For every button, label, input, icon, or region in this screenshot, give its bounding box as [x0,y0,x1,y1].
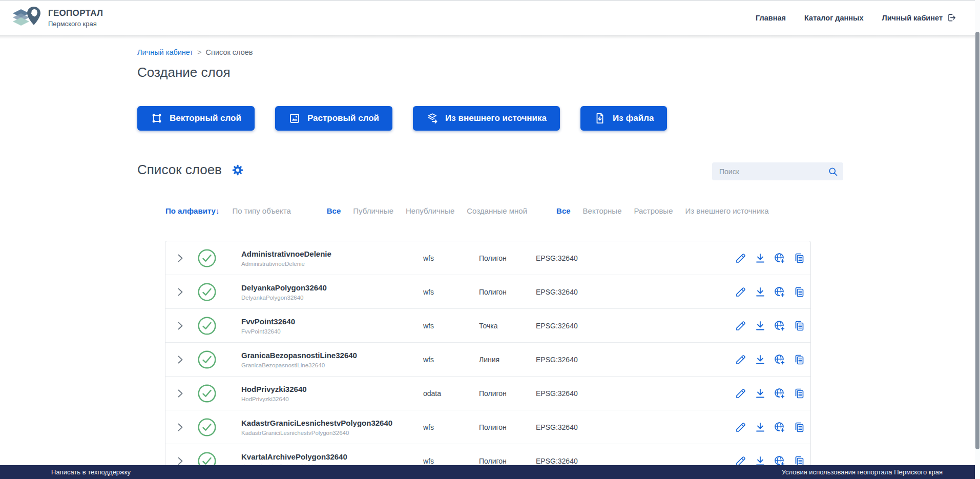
expand-chevron-icon[interactable] [174,252,186,264]
add-to-map-icon[interactable] [774,353,786,366]
layer-alias: KadastrGraniciLesnichestvPolygon32640 [241,430,423,436]
layer-geometry: Точка [479,322,536,330]
logo[interactable]: ГЕОПОРТАЛ Пермского края [11,5,103,31]
download-icon[interactable] [754,421,766,433]
add-to-map-icon[interactable] [774,286,786,298]
layer-alias: AdministrativnoeDelenie [241,261,423,267]
add-to-map-icon[interactable] [774,421,786,433]
raster-layer-icon [288,112,301,124]
footer-support-link[interactable]: Написать в техподдержку [51,468,131,476]
filter-external-source[interactable]: Из внешнего источника [685,206,768,215]
layer-geometry: Полигон [479,389,536,398]
row-actions [735,320,805,332]
layer-name-cell: FvvPoint32640 FvvPoint32640 [241,317,423,335]
footer-terms-link[interactable]: Условия использования геопортала Пермско… [782,468,943,476]
copy-icon[interactable] [793,421,805,433]
table-row: AdministrativnoeDelenie Administrativnoe… [165,241,810,275]
edit-icon[interactable] [735,353,747,366]
row-actions [735,421,805,433]
layer-source: wfs [423,457,479,465]
logo-subtitle: Пермского края [48,20,103,28]
search-input[interactable] [719,168,828,176]
status-check-icon [197,282,217,302]
layer-crs: EPSG:32640 [536,389,602,398]
filter-kind-all[interactable]: Все [556,206,571,215]
nav-personal-account[interactable]: Личный кабинет [882,13,956,23]
main-nav: Главная Каталог данных Личный кабинет [756,1,956,35]
layer-alias: DelyankaPolygon32640 [241,295,423,301]
edit-icon[interactable] [735,320,747,332]
layer-geometry: Линия [479,356,536,364]
expand-chevron-icon[interactable] [174,286,186,298]
filter-public[interactable]: Публичные [353,206,393,215]
layer-name-cell: AdministrativnoeDelenie Administrativnoe… [241,249,423,267]
edit-icon[interactable] [735,286,747,298]
layer-geometry: Полигон [479,457,536,465]
edit-icon[interactable] [735,252,747,264]
copy-icon[interactable] [793,286,805,298]
layer-crs: EPSG:32640 [536,322,602,330]
add-to-map-icon[interactable] [774,387,786,400]
scrollbar-track[interactable] [975,0,980,479]
external-source-icon [426,112,439,124]
expand-chevron-icon[interactable] [174,387,186,400]
status-check-icon [197,350,217,369]
layer-geometry: Полигон [479,254,536,262]
create-layer-buttons: Векторный слой Растровый слой Из внешнег… [137,106,667,131]
layer-name: AdministrativnoeDelenie [241,249,423,258]
filter-non-public[interactable]: Непубличные [406,206,454,215]
download-icon[interactable] [754,252,766,264]
breadcrumb-link-personal-account[interactable]: Личный кабинет [137,48,193,56]
layer-crs: EPSG:32640 [536,423,602,431]
download-icon[interactable] [754,286,766,298]
search-icon[interactable] [828,166,838,177]
from-file-icon [594,112,606,124]
download-icon[interactable] [754,387,766,400]
add-to-map-icon[interactable] [774,252,786,264]
create-vector-layer-button[interactable]: Векторный слой [137,106,255,131]
expand-chevron-icon[interactable] [174,320,186,332]
copy-icon[interactable] [793,320,805,332]
create-from-file-button[interactable]: Из файла [580,106,667,131]
copy-icon[interactable] [793,252,805,264]
layer-name: GranicaBezopasnostiLine32640 [241,351,423,360]
create-from-external-source-button[interactable]: Из внешнего источника [413,106,560,131]
sort-object-type[interactable]: По типу объекта [232,206,290,215]
logout-icon[interactable] [947,13,956,23]
top-header: ГЕОПОРТАЛ Пермского края Главная Каталог… [0,0,980,34]
row-actions [735,252,805,264]
sort-filter-group: По алфавиту↓ По типу объекта [165,206,291,215]
layer-source: wfs [423,423,479,431]
edit-icon[interactable] [735,421,747,433]
geoportal-logo-icon [11,5,43,31]
layer-crs: EPSG:32640 [536,288,602,296]
create-raster-layer-button[interactable]: Растровый слой [275,106,392,131]
scrollbar-thumb[interactable] [975,32,979,449]
sort-alphabet[interactable]: По алфавиту↓ [165,206,219,215]
filters-bar: По алфавиту↓ По типу объекта Все Публичн… [165,206,769,215]
expand-chevron-icon[interactable] [174,421,186,433]
layer-name: KvartalArchivePolygon32640 [241,452,423,461]
nav-home[interactable]: Главная [756,14,786,22]
nav-data-catalog[interactable]: Каталог данных [804,14,863,22]
add-to-map-icon[interactable] [774,320,786,332]
vector-layer-icon [151,112,163,124]
gear-icon[interactable] [231,163,244,177]
download-icon[interactable] [754,353,766,366]
layer-name-cell: GranicaBezopasnostiLine32640 GranicaBezo… [241,351,423,368]
copy-icon[interactable] [793,387,805,400]
download-icon[interactable] [754,320,766,332]
layer-name: HodPrivyzki32640 [241,385,423,393]
filter-raster[interactable]: Растровые [634,206,673,215]
copy-icon[interactable] [793,353,805,366]
layer-crs: EPSG:32640 [536,254,602,262]
edit-icon[interactable] [735,387,747,400]
row-actions [735,286,805,298]
status-check-icon [197,418,217,437]
filter-vector[interactable]: Векторные [583,206,622,215]
layer-source: wfs [423,254,479,262]
filter-created-by-me[interactable]: Созданные мной [467,206,527,215]
breadcrumb-current: Список слоев [206,48,253,56]
filter-visibility-all[interactable]: Все [327,206,341,215]
expand-chevron-icon[interactable] [174,353,186,366]
